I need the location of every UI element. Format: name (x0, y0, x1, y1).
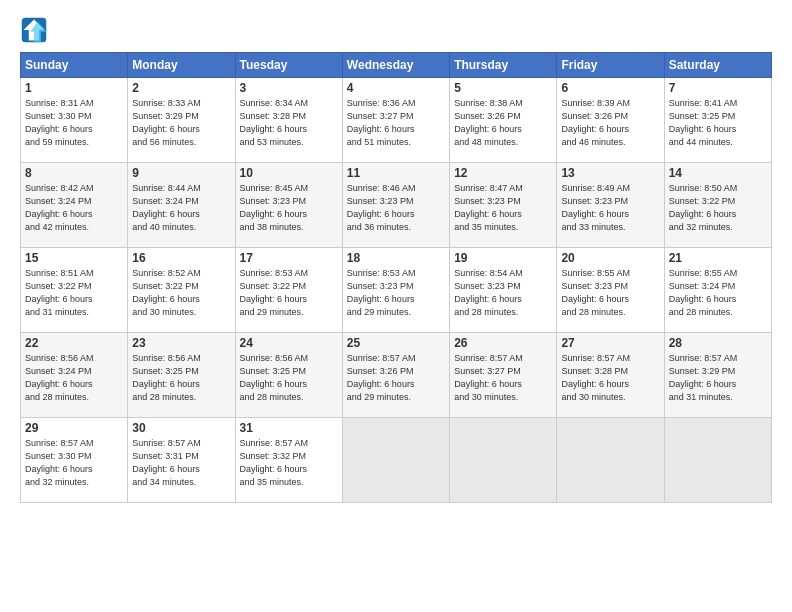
day-number: 13 (561, 166, 659, 180)
day-number: 5 (454, 81, 552, 95)
day-number: 7 (669, 81, 767, 95)
day-info: Sunrise: 8:47 AM Sunset: 3:23 PM Dayligh… (454, 182, 552, 234)
calendar-week-row: 8 Sunrise: 8:42 AM Sunset: 3:24 PM Dayli… (21, 163, 772, 248)
day-info: Sunrise: 8:50 AM Sunset: 3:22 PM Dayligh… (669, 182, 767, 234)
header (20, 16, 772, 44)
day-info: Sunrise: 8:56 AM Sunset: 3:25 PM Dayligh… (132, 352, 230, 404)
calendar-cell: 3 Sunrise: 8:34 AM Sunset: 3:28 PM Dayli… (235, 78, 342, 163)
calendar-cell: 22 Sunrise: 8:56 AM Sunset: 3:24 PM Dayl… (21, 333, 128, 418)
page: SundayMondayTuesdayWednesdayThursdayFrid… (0, 0, 792, 612)
calendar-cell (557, 418, 664, 503)
day-number: 29 (25, 421, 123, 435)
calendar-cell: 25 Sunrise: 8:57 AM Sunset: 3:26 PM Dayl… (342, 333, 449, 418)
logo (20, 16, 52, 44)
calendar-cell: 8 Sunrise: 8:42 AM Sunset: 3:24 PM Dayli… (21, 163, 128, 248)
day-info: Sunrise: 8:57 AM Sunset: 3:26 PM Dayligh… (347, 352, 445, 404)
day-number: 31 (240, 421, 338, 435)
logo-icon (20, 16, 48, 44)
day-info: Sunrise: 8:57 AM Sunset: 3:27 PM Dayligh… (454, 352, 552, 404)
calendar-day-header: Friday (557, 53, 664, 78)
calendar-cell: 31 Sunrise: 8:57 AM Sunset: 3:32 PM Dayl… (235, 418, 342, 503)
day-number: 2 (132, 81, 230, 95)
day-info: Sunrise: 8:56 AM Sunset: 3:24 PM Dayligh… (25, 352, 123, 404)
calendar-cell: 26 Sunrise: 8:57 AM Sunset: 3:27 PM Dayl… (450, 333, 557, 418)
calendar-cell: 16 Sunrise: 8:52 AM Sunset: 3:22 PM Dayl… (128, 248, 235, 333)
day-info: Sunrise: 8:57 AM Sunset: 3:31 PM Dayligh… (132, 437, 230, 489)
calendar-cell: 4 Sunrise: 8:36 AM Sunset: 3:27 PM Dayli… (342, 78, 449, 163)
day-number: 6 (561, 81, 659, 95)
day-info: Sunrise: 8:46 AM Sunset: 3:23 PM Dayligh… (347, 182, 445, 234)
calendar-week-row: 22 Sunrise: 8:56 AM Sunset: 3:24 PM Dayl… (21, 333, 772, 418)
day-info: Sunrise: 8:45 AM Sunset: 3:23 PM Dayligh… (240, 182, 338, 234)
calendar-cell (342, 418, 449, 503)
calendar-cell: 24 Sunrise: 8:56 AM Sunset: 3:25 PM Dayl… (235, 333, 342, 418)
day-info: Sunrise: 8:57 AM Sunset: 3:28 PM Dayligh… (561, 352, 659, 404)
calendar-cell: 2 Sunrise: 8:33 AM Sunset: 3:29 PM Dayli… (128, 78, 235, 163)
day-number: 12 (454, 166, 552, 180)
calendar-cell: 28 Sunrise: 8:57 AM Sunset: 3:29 PM Dayl… (664, 333, 771, 418)
day-info: Sunrise: 8:49 AM Sunset: 3:23 PM Dayligh… (561, 182, 659, 234)
calendar-cell: 21 Sunrise: 8:55 AM Sunset: 3:24 PM Dayl… (664, 248, 771, 333)
day-number: 11 (347, 166, 445, 180)
day-info: Sunrise: 8:55 AM Sunset: 3:24 PM Dayligh… (669, 267, 767, 319)
day-number: 27 (561, 336, 659, 350)
day-number: 28 (669, 336, 767, 350)
day-number: 19 (454, 251, 552, 265)
day-number: 15 (25, 251, 123, 265)
calendar-cell: 18 Sunrise: 8:53 AM Sunset: 3:23 PM Dayl… (342, 248, 449, 333)
calendar-week-row: 15 Sunrise: 8:51 AM Sunset: 3:22 PM Dayl… (21, 248, 772, 333)
calendar-cell: 1 Sunrise: 8:31 AM Sunset: 3:30 PM Dayli… (21, 78, 128, 163)
day-info: Sunrise: 8:57 AM Sunset: 3:32 PM Dayligh… (240, 437, 338, 489)
day-number: 30 (132, 421, 230, 435)
day-info: Sunrise: 8:57 AM Sunset: 3:30 PM Dayligh… (25, 437, 123, 489)
day-number: 22 (25, 336, 123, 350)
day-number: 14 (669, 166, 767, 180)
calendar-cell: 10 Sunrise: 8:45 AM Sunset: 3:23 PM Dayl… (235, 163, 342, 248)
calendar-header-row: SundayMondayTuesdayWednesdayThursdayFrid… (21, 53, 772, 78)
calendar-cell: 17 Sunrise: 8:53 AM Sunset: 3:22 PM Dayl… (235, 248, 342, 333)
day-info: Sunrise: 8:52 AM Sunset: 3:22 PM Dayligh… (132, 267, 230, 319)
day-number: 25 (347, 336, 445, 350)
calendar-cell: 30 Sunrise: 8:57 AM Sunset: 3:31 PM Dayl… (128, 418, 235, 503)
day-number: 9 (132, 166, 230, 180)
calendar-cell: 14 Sunrise: 8:50 AM Sunset: 3:22 PM Dayl… (664, 163, 771, 248)
day-number: 1 (25, 81, 123, 95)
calendar-day-header: Monday (128, 53, 235, 78)
calendar-cell: 5 Sunrise: 8:38 AM Sunset: 3:26 PM Dayli… (450, 78, 557, 163)
calendar-cell (664, 418, 771, 503)
calendar-day-header: Wednesday (342, 53, 449, 78)
calendar-cell: 27 Sunrise: 8:57 AM Sunset: 3:28 PM Dayl… (557, 333, 664, 418)
day-info: Sunrise: 8:38 AM Sunset: 3:26 PM Dayligh… (454, 97, 552, 149)
calendar-cell: 20 Sunrise: 8:55 AM Sunset: 3:23 PM Dayl… (557, 248, 664, 333)
day-number: 24 (240, 336, 338, 350)
day-info: Sunrise: 8:57 AM Sunset: 3:29 PM Dayligh… (669, 352, 767, 404)
calendar-table: SundayMondayTuesdayWednesdayThursdayFrid… (20, 52, 772, 503)
day-info: Sunrise: 8:41 AM Sunset: 3:25 PM Dayligh… (669, 97, 767, 149)
calendar-cell: 23 Sunrise: 8:56 AM Sunset: 3:25 PM Dayl… (128, 333, 235, 418)
calendar-day-header: Thursday (450, 53, 557, 78)
calendar-cell: 12 Sunrise: 8:47 AM Sunset: 3:23 PM Dayl… (450, 163, 557, 248)
day-number: 18 (347, 251, 445, 265)
day-info: Sunrise: 8:53 AM Sunset: 3:22 PM Dayligh… (240, 267, 338, 319)
day-number: 21 (669, 251, 767, 265)
calendar-day-header: Saturday (664, 53, 771, 78)
day-info: Sunrise: 8:34 AM Sunset: 3:28 PM Dayligh… (240, 97, 338, 149)
day-number: 10 (240, 166, 338, 180)
day-info: Sunrise: 8:42 AM Sunset: 3:24 PM Dayligh… (25, 182, 123, 234)
day-info: Sunrise: 8:56 AM Sunset: 3:25 PM Dayligh… (240, 352, 338, 404)
day-number: 20 (561, 251, 659, 265)
calendar-cell: 29 Sunrise: 8:57 AM Sunset: 3:30 PM Dayl… (21, 418, 128, 503)
day-info: Sunrise: 8:53 AM Sunset: 3:23 PM Dayligh… (347, 267, 445, 319)
day-number: 26 (454, 336, 552, 350)
calendar-cell: 6 Sunrise: 8:39 AM Sunset: 3:26 PM Dayli… (557, 78, 664, 163)
day-number: 3 (240, 81, 338, 95)
calendar-cell: 11 Sunrise: 8:46 AM Sunset: 3:23 PM Dayl… (342, 163, 449, 248)
calendar-cell: 9 Sunrise: 8:44 AM Sunset: 3:24 PM Dayli… (128, 163, 235, 248)
calendar-cell: 13 Sunrise: 8:49 AM Sunset: 3:23 PM Dayl… (557, 163, 664, 248)
calendar-cell (450, 418, 557, 503)
day-info: Sunrise: 8:33 AM Sunset: 3:29 PM Dayligh… (132, 97, 230, 149)
calendar-cell: 19 Sunrise: 8:54 AM Sunset: 3:23 PM Dayl… (450, 248, 557, 333)
day-info: Sunrise: 8:51 AM Sunset: 3:22 PM Dayligh… (25, 267, 123, 319)
day-number: 4 (347, 81, 445, 95)
day-number: 23 (132, 336, 230, 350)
